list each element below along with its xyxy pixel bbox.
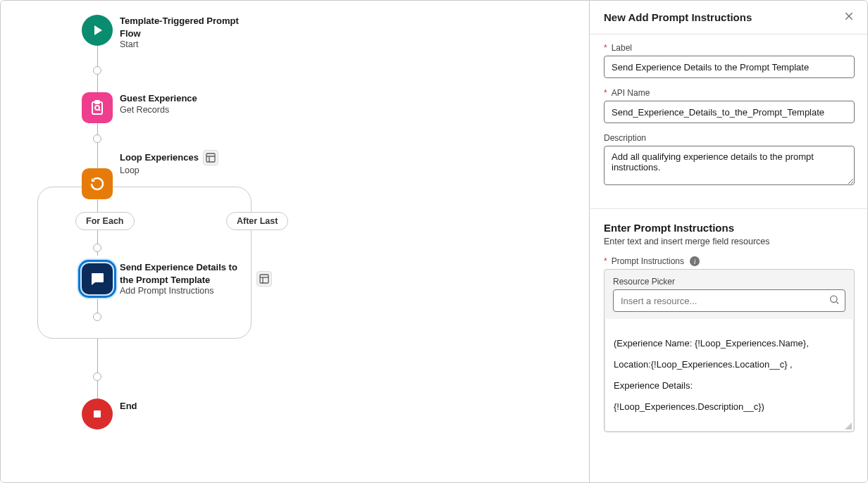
svg-rect-4 (206, 153, 215, 162)
prompt-line: Location:{!Loop_Experiences.Location__c}… (614, 354, 845, 375)
prompt-sub: Add Prompt Instructions (120, 286, 247, 296)
get-records-node[interactable]: Guest Experience Get Records (82, 92, 197, 123)
info-icon[interactable]: i (690, 256, 700, 266)
connector-dot[interactable] (93, 372, 101, 381)
prompt-node[interactable]: Send Experience Details to the Prompt Te… (82, 261, 272, 296)
end-node[interactable]: End (82, 399, 137, 429)
connector-dot[interactable] (93, 134, 101, 143)
getrec-title: Guest Experience (120, 92, 197, 105)
section-title: Enter Prompt Instructions (604, 222, 855, 234)
side-panel: New Add Prompt Instructions *Label *API … (589, 1, 867, 482)
start-title: Template-Triggered Prompt Flow (120, 15, 261, 39)
apiname-field-label: API Name (612, 88, 650, 98)
resize-handle[interactable] (845, 422, 852, 429)
description-field-label: Description (604, 133, 646, 143)
loop-title: Loop Experiences (120, 151, 199, 164)
connector (97, 339, 98, 372)
section-hint: Enter text and insert merge field resour… (604, 237, 855, 246)
prompt-title: Send Experience Details to the Prompt Te… (120, 261, 247, 286)
svg-rect-10 (94, 410, 101, 418)
start-sub: Start (120, 39, 261, 49)
clipboard-search-icon (82, 92, 113, 123)
panel-title: New Add Prompt Instructions (604, 11, 752, 23)
chat-icon (82, 263, 113, 294)
connector-dot[interactable] (93, 313, 101, 321)
loop-sub: Loop (120, 165, 247, 175)
apiname-input[interactable] (604, 101, 855, 123)
end-title: End (120, 400, 137, 413)
svg-line-3 (99, 109, 100, 111)
stop-icon (82, 399, 113, 429)
description-textarea[interactable] (604, 146, 855, 185)
close-button[interactable] (842, 9, 856, 25)
label-field-label: Label (612, 43, 632, 53)
getrec-sub: Get Records (120, 105, 197, 115)
loop-node[interactable]: Loop Experiences Loop (82, 168, 113, 199)
prompt-instructions-editor[interactable]: (Experience Name: {!Loop_Experiences.Nam… (604, 319, 854, 432)
expand-icon[interactable] (203, 150, 218, 165)
prompt-field-label: Prompt Instructions (612, 256, 684, 266)
svg-rect-7 (260, 275, 268, 283)
connector-dot[interactable] (93, 66, 101, 75)
play-icon (82, 15, 113, 46)
prompt-line: Experience Details: {!Loop_Experiences.D… (614, 375, 845, 418)
close-icon (843, 11, 855, 22)
connector (97, 143, 98, 168)
flow-canvas[interactable]: For Each After Last Template-Triggered P… (1, 1, 589, 482)
loop-icon (82, 168, 113, 199)
connector-dot[interactable] (93, 244, 101, 252)
label-input[interactable] (604, 56, 855, 78)
connector (97, 381, 98, 399)
expand-icon[interactable] (256, 271, 272, 287)
for-each-pill[interactable]: For Each (75, 212, 135, 230)
resource-picker-label: Resource Picker (613, 277, 845, 287)
start-node[interactable]: Template-Triggered Prompt Flow Start (82, 15, 261, 49)
resource-picker-input[interactable] (613, 289, 845, 312)
after-last-pill[interactable]: After Last (226, 212, 288, 230)
prompt-line: (Experience Name: {!Loop_Experiences.Nam… (614, 333, 845, 354)
connector (97, 75, 98, 92)
